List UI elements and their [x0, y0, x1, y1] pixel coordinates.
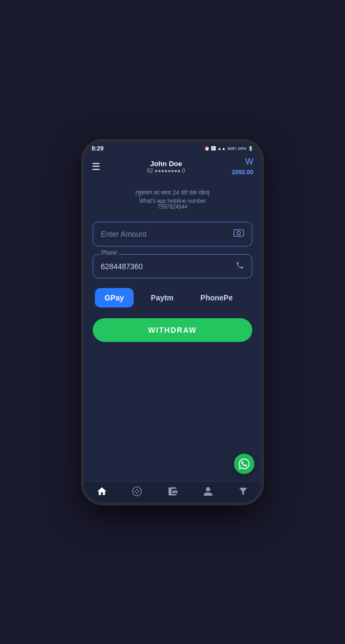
- signal-icon: ▲▲: [217, 146, 226, 151]
- info-section: |भुकतान का समय 24 घंटे तक रहेगा| What's …: [93, 186, 252, 213]
- phone-frame: 8:29 ⏰ 🅱 ▲▲ WiFi 29% 🔋 ☰ John Doe 62 ●●●…: [81, 139, 264, 505]
- phone-icon: [236, 261, 244, 271]
- status-icons: ⏰ 🅱 ▲▲ WiFi 29% 🔋: [204, 146, 253, 151]
- wallet-section: W 2092.00: [232, 157, 253, 176]
- battery-icon: 🔋: [248, 146, 253, 151]
- helpline-number: 7597824944: [96, 204, 249, 210]
- wallet-icon: W: [232, 157, 253, 167]
- phonepe-button[interactable]: PhonePe: [191, 288, 243, 307]
- phone-value: 6284487360: [101, 262, 143, 271]
- wifi-icon: WiFi: [227, 146, 236, 151]
- bluetooth-icon: 🅱: [211, 146, 216, 151]
- svg-point-3: [135, 491, 136, 492]
- nav-games-button[interactable]: [132, 486, 142, 497]
- user-name: John Doe: [147, 160, 185, 168]
- svg-point-1: [237, 231, 240, 235]
- phone-screen: 8:29 ⏰ 🅱 ▲▲ WiFi 29% 🔋 ☰ John Doe 62 ●●●…: [84, 142, 261, 502]
- paytm-button[interactable]: Paytm: [141, 288, 183, 307]
- whatsapp-fab-button[interactable]: [234, 454, 254, 474]
- nav-filter-button[interactable]: [238, 486, 249, 497]
- withdraw-button[interactable]: WITHDRAW: [93, 318, 252, 342]
- bottom-nav: [84, 481, 261, 502]
- amount-icon: [233, 229, 244, 239]
- amount-input-field[interactable]: Enter Amount: [93, 222, 252, 246]
- amount-placeholder: Enter Amount: [101, 230, 147, 238]
- svg-rect-0: [234, 230, 244, 236]
- svg-point-4: [136, 489, 138, 490]
- battery-text: 29%: [238, 146, 246, 151]
- gpay-button[interactable]: GPay: [95, 288, 134, 307]
- hamburger-menu-button[interactable]: ☰: [92, 161, 100, 173]
- nav-center: John Doe 62 ●●●●●●●● 0: [147, 160, 185, 174]
- status-time: 8:29: [92, 145, 104, 152]
- phone-field-wrapper: Phone 6284487360: [93, 254, 252, 278]
- phone-label: Phone: [99, 250, 119, 256]
- svg-point-5: [136, 492, 138, 494]
- payment-options: GPay Paytm PhonePe: [93, 288, 252, 307]
- nav-home-button[interactable]: [96, 486, 107, 497]
- alarm-icon: ⏰: [204, 146, 210, 151]
- account-number: 62 ●●●●●●●● 0: [147, 168, 185, 174]
- status-bar: 8:29 ⏰ 🅱 ▲▲ WiFi 29% 🔋: [84, 142, 261, 154]
- top-nav: ☰ John Doe 62 ●●●●●●●● 0 W 2092.00: [84, 154, 261, 181]
- main-content: |भुकतान का समय 24 घंटे तक रहेगा| What's …: [84, 181, 261, 481]
- svg-point-2: [133, 487, 142, 496]
- svg-point-6: [138, 491, 140, 492]
- nav-profile-button[interactable]: [203, 486, 213, 497]
- phone-input-field[interactable]: 6284487360: [93, 254, 252, 278]
- helpline-label: What's app helpline number: [96, 198, 249, 204]
- wallet-balance: 2092.00: [232, 169, 253, 175]
- nav-wallet-button[interactable]: [167, 486, 178, 497]
- hindi-info-text: |भुकतान का समय 24 घंटे तक रहेगा|: [96, 189, 249, 196]
